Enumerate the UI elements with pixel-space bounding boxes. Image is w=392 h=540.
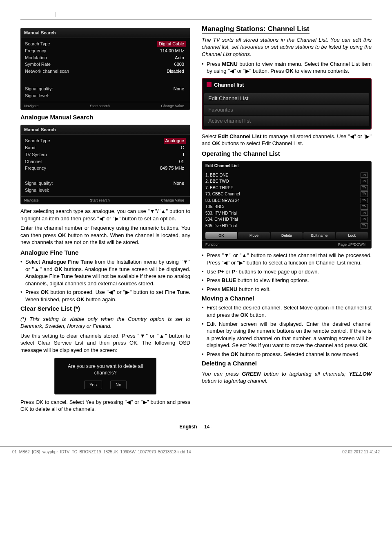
row-label: Network channel scan [25,68,69,74]
signal-value: None [172,180,186,186]
row-label: Frequency [25,48,46,54]
list-title: Edit Channel List [202,161,371,170]
paragraph: After selecting search type as analogue,… [20,208,190,222]
row-value: 01 [178,159,186,165]
editname-button[interactable]: Edit name [303,232,335,239]
right-column: Managing Stations: Channel List The TV s… [202,25,372,415]
foot-item: Navigate [24,103,39,108]
page-footer: English - 14 - [20,423,372,430]
paragraph: Enter the channel number or frequency us… [20,224,190,246]
row-value: C [179,145,186,151]
move-button[interactable]: Move [238,232,270,239]
osd-channel-list-menu: Channel list Edit Channel List Favourite… [202,78,372,130]
list-item: Press "▼" or "▲" button to select the ch… [202,252,372,266]
bullet-list: Press MENU button to view main menu. Sel… [202,60,372,75]
heading-analogue-manual-search: Analogue Manual Search [20,113,190,121]
menu-item-edit[interactable]: Edit Channel List [204,93,369,104]
osd-title: Manual Search [21,125,190,135]
list-item: First select the desired channel. Select… [202,304,372,318]
list-item: 1. BBC ONETV [205,172,368,179]
page: Manual Search Search TypeDigital Cable F… [0,0,392,438]
list-item: 7. BBC THREETV [205,185,368,191]
signal-label: Signal level: [25,93,49,99]
list-item: Edit Number screen will be displayed. En… [202,320,372,349]
paragraph: Press OK to cancel. Select Yes by pressi… [20,399,190,413]
row-label: TV System [25,152,47,158]
foot-item: Start search [90,103,110,108]
list-item: Use P+ or P- buttons to move page up or … [202,268,372,276]
list-item: Press MENU button to exit. [202,286,372,293]
doc-filename: 01_MB62_[GB]_woypbpr_IDTV_TC_BRONZE19_18… [12,449,191,455]
yes-button[interactable]: Yes [84,381,102,389]
menu-title: Channel list [203,79,371,91]
heading-operating: Operating the Channel List [202,150,372,158]
confirm-dialog: Are you sure you want to delete all chan… [54,358,156,394]
osd-footer: Navigate Start search Change Value [21,196,190,204]
row-label: Frequency [25,165,46,171]
document-footer: 01_MB62_[GB]_woypbpr_IDTV_TC_BRONZE19_18… [0,446,392,457]
ok-button[interactable]: OK [205,232,237,239]
list-item: Press BLUE button to view filtering opti… [202,277,372,284]
lang-label: English [179,424,197,430]
signal-value [183,187,186,193]
heading-deleting: Deleting a Channel [202,359,372,367]
list-item: Press OK button to proceed. Use "◀" or "… [20,289,190,303]
row-label: Channel [25,159,42,165]
columns: Manual Search Search TypeDigital Cable F… [20,25,372,415]
row-value: I [181,152,186,158]
foot-item: Change Value [161,198,184,203]
paragraph: Select Edit Channel List to manage all s… [202,133,372,147]
osd-body: Search TypeDigital Cable Frequency114.00… [21,38,190,102]
row-value: 6000 [173,61,186,67]
foot-item: Function [205,242,220,247]
row-label: Symbol Rate [25,61,51,67]
foot-item: Start search [90,198,110,203]
row-label: Modulation [25,55,47,61]
row-label: Search Type [25,41,50,47]
intro: The TV sorts all stored stations in the … [202,36,372,58]
bullet-list: Select Analogue Fine Tune from the Insta… [20,258,190,303]
foot-item: Page UP/DOWN [338,242,365,247]
list-item: 503. ITV HD TrialTV [205,210,368,217]
signal-label: Signal quality: [25,180,53,186]
paragraph: Use this setting to clear channels store… [20,332,190,354]
bullet-list: Press "▼" or "▲" button to select the ch… [202,252,372,293]
row-value: Analogue [164,138,186,144]
osd-footer: Navigate Start search Change Value [21,102,190,110]
list-item: Press MENU button to view main menu. Sel… [202,60,372,75]
note: (*) This setting is visible only when th… [20,316,190,330]
heading-moving: Moving a Channel [202,294,372,302]
row-value: 114.00 MHz [158,48,186,54]
paragraph: You can press GREEN button to tag/untag … [202,370,372,385]
list-item: 504. Ch4 HD TrialTV [205,216,368,223]
osd-manual-search-analogue: Manual Search Search TypeAnalogue BandC … [20,125,190,204]
list-item: 80. BBC NEWS 24TV [205,197,368,204]
list-icon [207,82,212,87]
page-number: - 14 - [201,424,213,430]
ruler [20,12,372,20]
heading-managing-stations: Managing Stations: Channel List [202,25,310,34]
bullet-list: First select the desired channel. Select… [202,304,372,358]
list-item: 2. BBC TWOTV [205,178,368,185]
row-value: Disabled [165,68,186,74]
row-label: Search Type [25,138,50,144]
signal-value [183,93,186,99]
heading-clear-service-list: Clear Service List (*) [20,305,190,313]
menu-item-active[interactable]: Active channel list [204,116,369,126]
foot-item: Change Value [161,103,184,108]
signal-label: Signal level: [25,187,49,193]
osd-manual-search-digital: Manual Search Search TypeDigital Cable F… [20,28,190,110]
signal-label: Signal quality: [25,86,53,92]
signal-value: None [172,86,186,92]
heading-analogue-fine-tune: Analogue Fine Tune [20,249,190,257]
osd-buttons: OK Move Delete Edit name Lock [202,231,371,240]
list-item: 105. BBCiTV [205,204,368,210]
menu-item-favourites[interactable]: Favourites [204,105,369,115]
list-item: 70. CBBC ChannelTV [205,191,368,197]
row-label: Band [25,145,36,151]
no-button[interactable]: No [110,381,127,389]
osd-footer: Function Page UP/DOWN [202,240,371,248]
lock-button[interactable]: Lock [336,232,368,239]
delete-button[interactable]: Delete [271,232,303,239]
osd-edit-channel-list: Edit Channel List 1. BBC ONETV 2. BBC TW… [202,161,372,249]
